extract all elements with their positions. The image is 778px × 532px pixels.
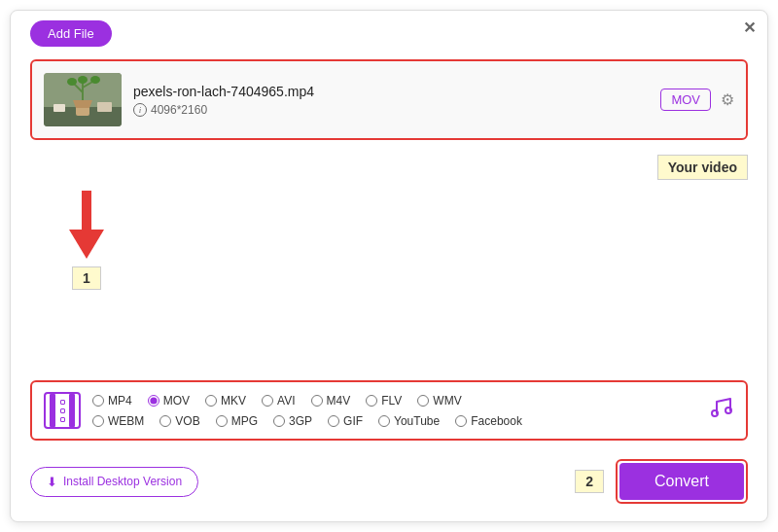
format-badge[interactable]: MOV — [660, 89, 711, 111]
bottom-bar: ⬇ Install Desktop Version 2 Convert — [30, 459, 748, 504]
install-btn-label: Install Desktop Version — [63, 475, 182, 488]
format-row-1: MP4 MOV MKV AVI M4V FLV WMV — [92, 394, 690, 408]
file-meta: i 4096*2160 — [133, 103, 649, 117]
format-flv[interactable]: FLV — [366, 394, 402, 408]
format-section: MP4 MOV MKV AVI M4V FLV WMV WEBM VOB MPG… — [30, 380, 748, 441]
format-wmv[interactable]: WMV — [417, 394, 461, 408]
format-row-2: WEBM VOB MPG 3GP GIF YouTube Facebook — [92, 414, 690, 428]
svg-point-12 — [712, 410, 718, 416]
format-avi[interactable]: AVI — [262, 394, 295, 408]
format-mov[interactable]: MOV — [148, 394, 190, 408]
music-icon — [707, 394, 734, 427]
svg-rect-10 — [53, 104, 65, 112]
format-mkv[interactable]: MKV — [205, 394, 246, 408]
format-3gp[interactable]: 3GP — [273, 414, 312, 428]
main-window: ✕ Add File — [10, 10, 768, 522]
format-vob[interactable]: VOB — [159, 414, 199, 428]
file-info: pexels-ron-lach-7404965.mp4 i 4096*2160 — [133, 84, 649, 117]
add-file-button[interactable]: Add File — [30, 20, 112, 47]
svg-point-8 — [67, 78, 77, 86]
format-mpg[interactable]: MPG — [216, 414, 258, 428]
format-mp4[interactable]: MP4 — [92, 394, 132, 408]
svg-point-13 — [725, 408, 731, 413]
svg-point-9 — [90, 76, 100, 84]
film-hole — [60, 408, 65, 413]
arrow-down — [69, 230, 104, 259]
svg-rect-11 — [97, 102, 112, 112]
right-bottom: 2 Convert — [575, 459, 748, 504]
settings-icon[interactable]: ⚙ — [721, 90, 734, 109]
svg-marker-3 — [73, 100, 92, 108]
film-holes — [60, 400, 65, 422]
film-hole — [60, 400, 65, 405]
convert-button[interactable]: Convert — [619, 463, 744, 500]
video-thumbnail — [44, 73, 122, 126]
format-gif[interactable]: GIF — [328, 414, 363, 428]
format-youtube[interactable]: YouTube — [378, 414, 440, 428]
file-resolution: 4096*2160 — [151, 103, 207, 117]
svg-point-7 — [78, 76, 88, 84]
format-m4v[interactable]: M4V — [311, 394, 351, 408]
file-name: pexels-ron-lach-7404965.mp4 — [133, 84, 649, 99]
radio-grid: MP4 MOV MKV AVI M4V FLV WMV WEBM VOB MPG… — [92, 394, 690, 428]
close-button[interactable]: ✕ — [743, 18, 756, 37]
film-icon — [44, 392, 81, 429]
format-webm[interactable]: WEBM — [92, 414, 144, 428]
install-desktop-button[interactable]: ⬇ Install Desktop Version — [30, 467, 198, 497]
film-hole — [60, 417, 65, 422]
arrow-shaft — [82, 191, 91, 230]
file-actions: MOV ⚙ — [660, 89, 734, 111]
file-area: pexels-ron-lach-7404965.mp4 i 4096*2160 … — [30, 59, 748, 140]
your-video-label: Your video — [657, 155, 748, 180]
download-icon: ⬇ — [47, 475, 57, 489]
convert-area: Convert — [616, 459, 748, 504]
step1-area: 1 — [69, 191, 104, 290]
info-icon: i — [133, 103, 147, 117]
format-facebook[interactable]: Facebook — [455, 414, 522, 428]
step2-label: 2 — [575, 470, 604, 493]
step1-label: 1 — [72, 266, 101, 290]
